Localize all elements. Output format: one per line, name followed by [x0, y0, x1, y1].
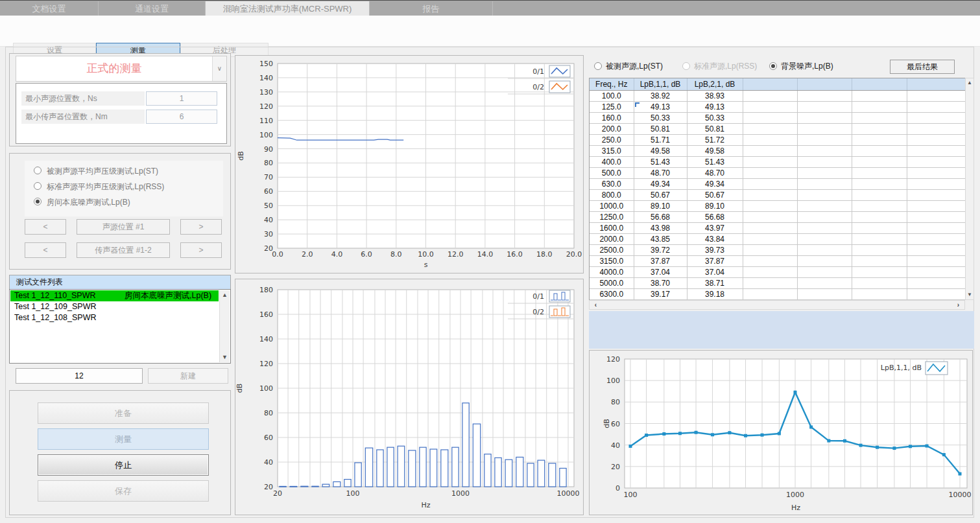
table-cell[interactable]: 2500.0 [590, 244, 634, 255]
table-cell[interactable] [907, 222, 966, 233]
table-cell[interactable] [907, 233, 966, 244]
list-item[interactable]: Test 1_12_108_SPWR [10, 312, 219, 323]
source-position-next-button[interactable]: > [180, 219, 222, 235]
table-cell[interactable] [743, 277, 797, 288]
table-cell[interactable] [797, 167, 852, 178]
table-cell[interactable] [743, 101, 797, 112]
measure-button[interactable]: 测量 [38, 428, 209, 450]
table-cell[interactable] [852, 277, 907, 288]
table-cell[interactable] [797, 101, 852, 112]
table-cell[interactable]: 48.70 [687, 167, 743, 178]
table-row[interactable]: 630.049.3449.34 [590, 178, 966, 189]
list-scrollbar[interactable]: ▲ ▼ [219, 290, 230, 362]
table-cell[interactable] [797, 123, 852, 134]
ns-field[interactable]: 1 [146, 91, 217, 106]
table-cell[interactable]: 43.98 [634, 222, 687, 233]
table-cell[interactable]: 43.85 [634, 233, 687, 244]
table-cell[interactable] [797, 189, 852, 200]
scroll-up-icon[interactable]: ▲ [220, 290, 230, 300]
radio-source-lp-rss[interactable] [682, 62, 690, 70]
table-cell[interactable] [907, 167, 966, 178]
table-cell[interactable]: 38.92 [634, 90, 687, 101]
table-cell[interactable]: 43.84 [687, 233, 743, 244]
table-cell[interactable] [907, 90, 966, 101]
table-cell[interactable] [743, 244, 797, 255]
table-cell[interactable]: 49.13 [634, 101, 687, 112]
table-cell[interactable] [852, 90, 907, 101]
table-cell[interactable] [743, 123, 797, 134]
scroll-right-icon[interactable]: › [953, 301, 963, 309]
table-cell[interactable] [743, 167, 797, 178]
table-cell[interactable]: 51.43 [687, 156, 743, 167]
table-cell[interactable] [907, 134, 966, 145]
table-cell[interactable]: 1000.0 [590, 200, 634, 211]
table-cell[interactable] [797, 211, 852, 222]
table-cell[interactable]: 50.81 [687, 123, 743, 134]
table-cell[interactable]: 37.04 [687, 266, 743, 277]
table-cell[interactable]: 39.73 [687, 244, 743, 255]
mic-position-button[interactable]: 传声器位置 #1-2 [77, 242, 170, 258]
table-cell[interactable] [743, 200, 797, 211]
table-cell[interactable]: 39.72 [634, 244, 687, 255]
table-cell[interactable] [907, 200, 966, 211]
table-cell[interactable] [852, 112, 907, 123]
source-position-prev-button[interactable]: < [25, 219, 66, 235]
table-cell[interactable]: 5000.0 [590, 277, 634, 288]
table-row[interactable]: 2500.039.7239.73 [590, 244, 966, 255]
table-cell[interactable]: 51.71 [634, 134, 687, 145]
table-cell[interactable]: 38.71 [687, 277, 743, 288]
table-cell[interactable]: 2000.0 [590, 233, 634, 244]
table-cell[interactable]: 1600.0 [590, 222, 634, 233]
table-row[interactable]: 3150.037.8737.87 [590, 255, 966, 266]
list-item[interactable]: Test 1_12_109_SPWR [10, 301, 219, 312]
table-cell[interactable]: 37.04 [634, 266, 687, 277]
tab-mcr-spwr[interactable]: 混响室法测试声功率(MCR-SPWR) [206, 1, 370, 16]
table-cell[interactable] [852, 134, 907, 145]
mic-position-prev-button[interactable]: < [25, 242, 66, 258]
radio-lp-rss[interactable] [34, 182, 42, 190]
table-cell[interactable]: 39.18 [687, 288, 743, 299]
table-cell[interactable]: 250.0 [590, 134, 634, 145]
table-cell[interactable] [907, 244, 966, 255]
table-row[interactable]: 1000.089.1089.10 [590, 200, 966, 211]
nm-field[interactable]: 6 [146, 110, 217, 124]
tab-channel-settings[interactable]: 通道设置 [99, 1, 206, 16]
table-cell[interactable] [743, 156, 797, 167]
table-cell[interactable]: 6300.0 [590, 288, 634, 299]
tab-report[interactable]: 报告 [370, 1, 493, 16]
measurement-mode-select[interactable]: 正式的测量 ∨ [16, 56, 227, 82]
table-cell[interactable] [907, 178, 966, 189]
table-cell[interactable]: 89.10 [634, 200, 687, 211]
table-row[interactable]: 4000.037.0437.04 [590, 266, 966, 277]
table-cell[interactable]: 400.0 [590, 156, 634, 167]
table-cell[interactable]: 49.13 [687, 101, 743, 112]
table-cell[interactable] [743, 222, 797, 233]
table-row[interactable]: 500.048.7048.70 [590, 167, 966, 178]
new-button[interactable]: 新建 [148, 368, 228, 384]
table-cell[interactable] [852, 156, 907, 167]
table-cell[interactable] [743, 255, 797, 266]
table-cell[interactable] [743, 189, 797, 200]
table-cell[interactable]: 49.58 [634, 145, 687, 156]
table-cell[interactable] [907, 277, 966, 288]
source-position-button[interactable]: 声源位置 #1 [77, 219, 170, 235]
table-cell[interactable] [907, 156, 966, 167]
table-cell[interactable] [852, 244, 907, 255]
table-cell[interactable] [852, 233, 907, 244]
list-item[interactable]: Test 1_12_110_SPWR房间本底噪声测试,Lp(B) [10, 290, 219, 301]
table-cell[interactable]: 800.0 [590, 189, 634, 200]
table-cell[interactable] [797, 134, 852, 145]
table-cell[interactable]: 38.93 [687, 90, 743, 101]
table-cell[interactable] [797, 145, 852, 156]
table-cell[interactable]: 51.72 [687, 134, 743, 145]
table-cell[interactable] [852, 189, 907, 200]
table-cell[interactable] [797, 277, 852, 288]
table-cell[interactable]: 39.17 [634, 288, 687, 299]
prepare-button[interactable]: 准备 [38, 402, 209, 424]
table-cell[interactable] [852, 145, 907, 156]
table-cell[interactable] [743, 233, 797, 244]
table-cell[interactable] [852, 222, 907, 233]
table-cell[interactable] [743, 134, 797, 145]
save-button[interactable]: 保存 [38, 480, 209, 502]
scroll-up-icon[interactable]: ▲ [966, 78, 974, 87]
